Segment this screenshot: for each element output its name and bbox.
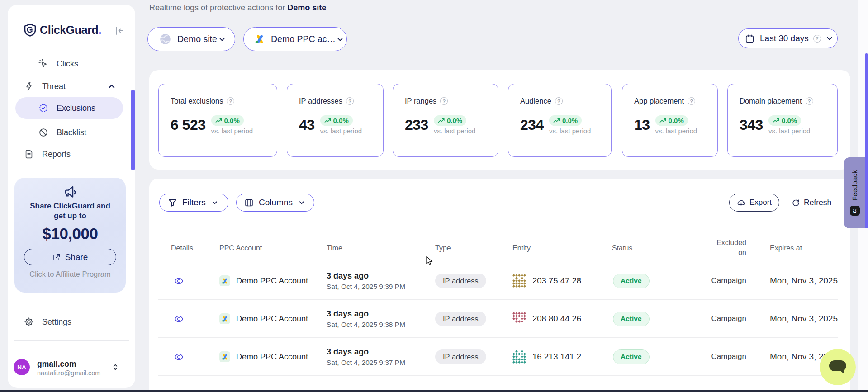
- sidebar-item-blacklist[interactable]: Blacklist: [15, 122, 123, 143]
- stat-delta-badge: 0.0%: [434, 115, 466, 126]
- sidebar-item-settings[interactable]: Settings: [15, 311, 123, 333]
- trend-up-icon: [773, 118, 779, 123]
- stat-compare-label: vs. last period: [549, 127, 591, 135]
- sidebar-item-threat[interactable]: Threat: [15, 76, 123, 97]
- status-badge: Active: [613, 274, 650, 288]
- cursor-click-icon: [38, 59, 48, 69]
- stat-compare-label: vs. last period: [320, 127, 362, 135]
- site-selector[interactable]: Demo site: [147, 27, 235, 51]
- avatar: NA: [14, 359, 30, 375]
- excluded-on-cell: Campaign: [683, 300, 746, 338]
- page-subtitle: Realtime logs of protective actions for …: [149, 3, 326, 13]
- help-icon: ?: [555, 97, 563, 105]
- chevron-down-icon: [211, 198, 219, 207]
- cloud-download-icon: [737, 198, 745, 207]
- feedback-tab[interactable]: Feedback c:: [844, 157, 865, 228]
- view-details-eye-icon[interactable]: [174, 276, 184, 286]
- sidebar-item-clicks[interactable]: Clicks: [15, 53, 123, 75]
- expires-at-cell: Mon, Nov 3, 2025: [770, 300, 838, 338]
- stat-delta-badge: 0.0%: [768, 115, 801, 126]
- chat-bubble-icon: [827, 359, 848, 376]
- refresh-icon: [792, 198, 800, 207]
- view-details-eye-icon[interactable]: [174, 314, 184, 324]
- date-range-selector[interactable]: Last 30 days ?: [738, 28, 838, 48]
- time-cell: 3 days agoSat, Oct 4, 2025 9:38 PM: [327, 300, 405, 338]
- page-scrollbar-thumb[interactable]: [865, 53, 868, 228]
- entity-cell: 203.75.47.28: [512, 262, 581, 300]
- help-icon: ?: [440, 97, 448, 105]
- trend-up-icon: [553, 118, 560, 123]
- expires-at-cell: Mon, Nov 3, 2025: [770, 262, 838, 300]
- clickguard-logo: ClickGuard.: [24, 24, 101, 37]
- entity-identicon: [512, 274, 526, 288]
- stat-value: 6 523: [171, 117, 206, 133]
- status-badge: Active: [613, 349, 650, 364]
- excluded-on-cell: Campaign: [683, 338, 746, 376]
- help-icon: ?: [813, 35, 821, 43]
- stat-title: Domain placement?: [740, 97, 837, 105]
- stat-delta-badge: 0.0%: [655, 115, 688, 126]
- entity-identicon: [512, 312, 526, 326]
- excluded-on-cell: Campaign: [683, 262, 746, 300]
- stat-card-total-exclusions: Total exclusions? 6 523 0.0% vs. last pe…: [158, 84, 277, 157]
- export-button[interactable]: Export: [729, 194, 779, 212]
- stat-compare-label: vs. last period: [434, 127, 476, 135]
- chat-launcher-button[interactable]: [820, 349, 856, 385]
- stat-card-ip-addresses: IP addresses? 43 0.0% vs. last period: [287, 84, 384, 157]
- chevron-down-icon: [336, 35, 345, 44]
- chevron-down-icon: [825, 34, 834, 43]
- stat-title: Audience?: [520, 97, 611, 105]
- view-details-eye-icon[interactable]: [174, 352, 184, 362]
- stat-value: 233: [405, 117, 428, 133]
- stat-card-domain-placement: Domain placement? 343 0.0% vs. last peri…: [727, 84, 838, 157]
- google-ads-icon: [255, 34, 265, 44]
- user-email: naatali.ro@gmail.com: [37, 369, 100, 377]
- chevron-up-icon: [107, 81, 117, 91]
- time-cell: 3 days agoSat, Oct 4, 2025 9:39 PM: [327, 262, 405, 300]
- columns-icon: [244, 198, 254, 208]
- entity-cell: 208.80.44.26: [512, 300, 581, 338]
- stat-compare-label: vs. last period: [655, 127, 697, 135]
- sidebar-collapse-icon[interactable]: [114, 25, 125, 36]
- ppc-account-cell: Demo PPC Account: [219, 338, 308, 376]
- stat-delta-badge: 0.0%: [320, 115, 353, 126]
- columns-button[interactable]: Columns: [236, 194, 314, 212]
- stat-card-audience: Audience? 234 0.0% vs. last period: [508, 84, 612, 157]
- ppc-account-selector[interactable]: Demo PPC ac…: [243, 27, 347, 51]
- share-button[interactable]: Share: [24, 249, 116, 265]
- stat-delta-badge: 0.0%: [211, 115, 244, 126]
- stat-title: App placement?: [634, 97, 717, 105]
- external-link-icon: [52, 253, 61, 261]
- sidebar-item-reports[interactable]: Reports: [15, 143, 123, 165]
- sidebar-scrollbar-thumb[interactable]: [131, 90, 135, 170]
- clickguard-logo-icon: [24, 24, 36, 37]
- sidebar-divider: [14, 340, 129, 341]
- google-ads-icon: [219, 275, 230, 286]
- google-ads-icon: [219, 351, 230, 362]
- type-badge: IP address: [435, 274, 486, 288]
- refresh-button[interactable]: Refresh: [792, 194, 831, 212]
- ppc-account-cell: Demo PPC Account: [219, 300, 308, 338]
- stat-value: 13: [634, 117, 650, 133]
- filters-button[interactable]: Filters: [159, 194, 228, 212]
- ppc-account-cell: Demo PPC Account: [219, 262, 308, 300]
- stat-delta-badge: 0.0%: [549, 115, 582, 126]
- chevron-down-icon: [298, 198, 306, 207]
- calendar-icon: [745, 34, 754, 43]
- sidebar: ClickGuard. ClicksThreatExclusionsBlackl…: [8, 5, 135, 388]
- settings-label: Settings: [42, 317, 71, 327]
- brand-name: ClickGuard: [40, 24, 98, 36]
- google-ads-icon: [219, 313, 230, 324]
- account-switcher[interactable]: NA gmail.com naatali.ro@gmail.com: [14, 359, 129, 377]
- table-row: Demo PPC Account3 days agoSat, Oct 4, 20…: [149, 338, 850, 376]
- chevron-updown-icon: [111, 363, 120, 372]
- sidebar-item-exclusions[interactable]: Exclusions: [15, 97, 123, 119]
- badge-check-icon: [38, 103, 48, 113]
- time-cell: 3 days agoSat, Oct 4, 2025 9:37 PM: [327, 338, 405, 376]
- table-header: Details PPC Account Time Type Entity Sta…: [149, 235, 850, 262]
- site-selector-value: Demo site: [177, 34, 217, 44]
- promo-title: Share ClickGuard and get up to: [26, 201, 114, 221]
- help-icon: ?: [688, 97, 695, 105]
- promo-subtitle[interactable]: Click to Affiliate Program: [14, 270, 126, 279]
- trend-up-icon: [659, 118, 666, 123]
